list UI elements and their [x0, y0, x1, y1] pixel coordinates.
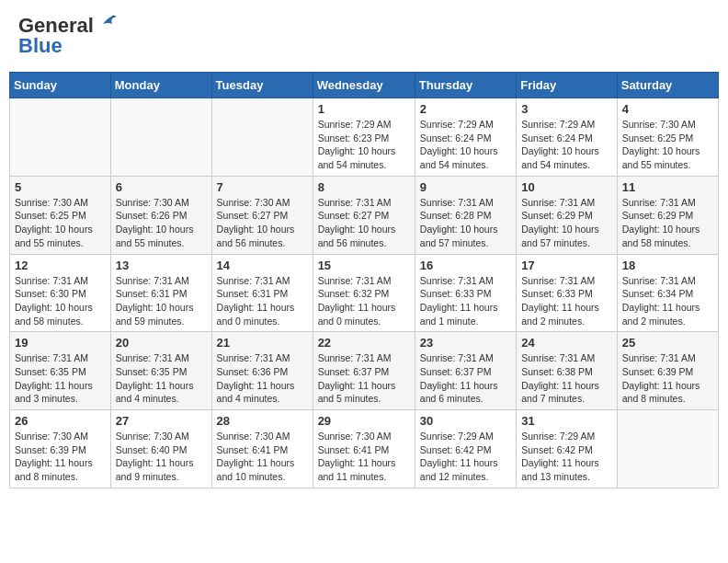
day-number: 12	[15, 259, 106, 272]
day-header-friday: Friday	[517, 73, 618, 98]
calendar-table: SundayMondayTuesdayWednesdayThursdayFrid…	[9, 72, 719, 488]
day-info: Sunrise: 7:31 AMSunset: 6:31 PMDaylight:…	[116, 274, 207, 328]
calendar-cell: 18Sunrise: 7:31 AMSunset: 6:34 PMDayligh…	[617, 254, 718, 332]
day-header-sunday: Sunday	[10, 73, 111, 98]
calendar-cell: 26Sunrise: 7:30 AMSunset: 6:39 PMDayligh…	[10, 410, 111, 488]
calendar-cell: 3Sunrise: 7:29 AMSunset: 6:24 PMDaylight…	[517, 98, 618, 177]
day-info: Sunrise: 7:31 AMSunset: 6:27 PMDaylight:…	[318, 196, 410, 250]
calendar-cell: 16Sunrise: 7:31 AMSunset: 6:33 PMDayligh…	[415, 254, 516, 332]
day-number: 10	[521, 180, 612, 194]
day-info: Sunrise: 7:31 AMSunset: 6:28 PMDaylight:…	[420, 196, 511, 250]
day-info: Sunrise: 7:31 AMSunset: 6:33 PMDaylight:…	[420, 274, 511, 328]
calendar-cell: 14Sunrise: 7:31 AMSunset: 6:31 PMDayligh…	[211, 254, 313, 332]
day-number: 13	[116, 259, 207, 272]
calendar-cell: 25Sunrise: 7:31 AMSunset: 6:39 PMDayligh…	[617, 332, 718, 410]
calendar-cell: 13Sunrise: 7:31 AMSunset: 6:31 PMDayligh…	[110, 254, 211, 332]
day-number: 23	[420, 336, 511, 350]
calendar-cell: 11Sunrise: 7:31 AMSunset: 6:29 PMDayligh…	[617, 176, 718, 254]
calendar-cell	[211, 98, 313, 177]
calendar-cell: 31Sunrise: 7:29 AMSunset: 6:42 PMDayligh…	[517, 410, 618, 488]
day-number: 3	[521, 102, 612, 116]
day-info: Sunrise: 7:30 AMSunset: 6:25 PMDaylight:…	[15, 196, 106, 250]
day-info: Sunrise: 7:31 AMSunset: 6:30 PMDaylight:…	[15, 274, 106, 328]
day-number: 8	[318, 180, 410, 194]
day-info: Sunrise: 7:31 AMSunset: 6:39 PMDaylight:…	[622, 351, 713, 406]
day-header-thursday: Thursday	[415, 73, 516, 98]
day-info: Sunrise: 7:29 AMSunset: 6:42 PMDaylight:…	[521, 430, 612, 484]
logo-text-blue: Blue	[18, 34, 63, 58]
calendar-cell	[617, 410, 718, 488]
day-info: Sunrise: 7:31 AMSunset: 6:37 PMDaylight:…	[420, 351, 511, 406]
day-number: 6	[116, 180, 207, 194]
day-header-tuesday: Tuesday	[211, 73, 313, 98]
day-number: 7	[217, 180, 308, 194]
day-info: Sunrise: 7:31 AMSunset: 6:29 PMDaylight:…	[622, 196, 713, 250]
day-info: Sunrise: 7:31 AMSunset: 6:37 PMDaylight:…	[318, 351, 410, 406]
day-number: 16	[420, 259, 511, 272]
day-info: Sunrise: 7:29 AMSunset: 6:23 PMDaylight:…	[318, 118, 410, 172]
calendar-week-row: 12Sunrise: 7:31 AMSunset: 6:30 PMDayligh…	[10, 254, 719, 332]
calendar-cell: 30Sunrise: 7:29 AMSunset: 6:42 PMDayligh…	[415, 410, 516, 488]
calendar-cell: 27Sunrise: 7:30 AMSunset: 6:40 PMDayligh…	[110, 410, 211, 488]
calendar-cell: 19Sunrise: 7:31 AMSunset: 6:35 PMDayligh…	[10, 332, 111, 410]
calendar-cell	[10, 98, 111, 177]
day-info: Sunrise: 7:30 AMSunset: 6:27 PMDaylight:…	[217, 196, 308, 250]
day-info: Sunrise: 7:30 AMSunset: 6:39 PMDaylight:…	[15, 430, 106, 484]
day-info: Sunrise: 7:30 AMSunset: 6:41 PMDaylight:…	[217, 430, 308, 484]
day-number: 5	[15, 180, 106, 194]
calendar-cell: 23Sunrise: 7:31 AMSunset: 6:37 PMDayligh…	[415, 332, 516, 410]
day-number: 30	[420, 414, 511, 428]
day-number: 24	[521, 336, 612, 350]
day-info: Sunrise: 7:29 AMSunset: 6:24 PMDaylight:…	[521, 118, 612, 172]
calendar-cell: 10Sunrise: 7:31 AMSunset: 6:29 PMDayligh…	[517, 176, 618, 254]
day-header-wednesday: Wednesday	[313, 73, 415, 98]
day-number: 19	[15, 336, 106, 350]
day-info: Sunrise: 7:31 AMSunset: 6:38 PMDaylight:…	[521, 351, 612, 406]
day-header-saturday: Saturday	[617, 73, 718, 98]
day-number: 14	[217, 259, 308, 272]
calendar-header-row: SundayMondayTuesdayWednesdayThursdayFrid…	[10, 73, 719, 98]
calendar-cell: 21Sunrise: 7:31 AMSunset: 6:36 PMDayligh…	[211, 332, 313, 410]
day-number: 29	[318, 414, 410, 428]
calendar-cell: 12Sunrise: 7:31 AMSunset: 6:30 PMDayligh…	[10, 254, 111, 332]
day-number: 2	[420, 102, 511, 116]
day-info: Sunrise: 7:31 AMSunset: 6:33 PMDaylight:…	[521, 274, 612, 328]
calendar-week-row: 26Sunrise: 7:30 AMSunset: 6:39 PMDayligh…	[10, 410, 719, 488]
day-info: Sunrise: 7:30 AMSunset: 6:40 PMDaylight:…	[116, 430, 207, 484]
logo: General Blue	[18, 14, 116, 58]
calendar-cell: 22Sunrise: 7:31 AMSunset: 6:37 PMDayligh…	[313, 332, 415, 410]
day-info: Sunrise: 7:31 AMSunset: 6:29 PMDaylight:…	[521, 196, 612, 250]
calendar-week-row: 1Sunrise: 7:29 AMSunset: 6:23 PMDaylight…	[10, 98, 719, 177]
day-header-monday: Monday	[110, 73, 211, 98]
day-number: 9	[420, 180, 511, 194]
calendar-cell: 17Sunrise: 7:31 AMSunset: 6:33 PMDayligh…	[517, 254, 618, 332]
day-number: 26	[15, 414, 106, 428]
calendar-week-row: 19Sunrise: 7:31 AMSunset: 6:35 PMDayligh…	[10, 332, 719, 410]
calendar-cell: 9Sunrise: 7:31 AMSunset: 6:28 PMDaylight…	[415, 176, 516, 254]
day-info: Sunrise: 7:29 AMSunset: 6:42 PMDaylight:…	[420, 430, 511, 484]
day-number: 11	[622, 180, 713, 194]
day-number: 20	[116, 336, 207, 350]
calendar-cell: 15Sunrise: 7:31 AMSunset: 6:32 PMDayligh…	[313, 254, 415, 332]
calendar-cell: 24Sunrise: 7:31 AMSunset: 6:38 PMDayligh…	[517, 332, 618, 410]
calendar-cell: 28Sunrise: 7:30 AMSunset: 6:41 PMDayligh…	[211, 410, 313, 488]
calendar-cell: 29Sunrise: 7:30 AMSunset: 6:41 PMDayligh…	[313, 410, 415, 488]
calendar-cell: 7Sunrise: 7:30 AMSunset: 6:27 PMDaylight…	[211, 176, 313, 254]
calendar-cell: 5Sunrise: 7:30 AMSunset: 6:25 PMDaylight…	[10, 176, 111, 254]
calendar-cell: 8Sunrise: 7:31 AMSunset: 6:27 PMDaylight…	[313, 176, 415, 254]
day-info: Sunrise: 7:31 AMSunset: 6:36 PMDaylight:…	[217, 351, 308, 406]
calendar-cell: 1Sunrise: 7:29 AMSunset: 6:23 PMDaylight…	[313, 98, 415, 177]
calendar-cell: 2Sunrise: 7:29 AMSunset: 6:24 PMDaylight…	[415, 98, 516, 177]
calendar-cell: 20Sunrise: 7:31 AMSunset: 6:35 PMDayligh…	[110, 332, 211, 410]
day-info: Sunrise: 7:30 AMSunset: 6:41 PMDaylight:…	[318, 430, 410, 484]
day-number: 1	[318, 102, 410, 116]
day-info: Sunrise: 7:31 AMSunset: 6:35 PMDaylight:…	[116, 351, 207, 406]
day-info: Sunrise: 7:31 AMSunset: 6:34 PMDaylight:…	[622, 274, 713, 328]
logo-bird-icon	[96, 15, 116, 33]
calendar-cell: 4Sunrise: 7:30 AMSunset: 6:25 PMDaylight…	[617, 98, 718, 177]
day-info: Sunrise: 7:31 AMSunset: 6:31 PMDaylight:…	[217, 274, 308, 328]
day-info: Sunrise: 7:31 AMSunset: 6:32 PMDaylight:…	[318, 274, 410, 328]
day-info: Sunrise: 7:30 AMSunset: 6:25 PMDaylight:…	[622, 118, 713, 172]
day-info: Sunrise: 7:31 AMSunset: 6:35 PMDaylight:…	[15, 351, 106, 406]
day-number: 15	[318, 259, 410, 272]
